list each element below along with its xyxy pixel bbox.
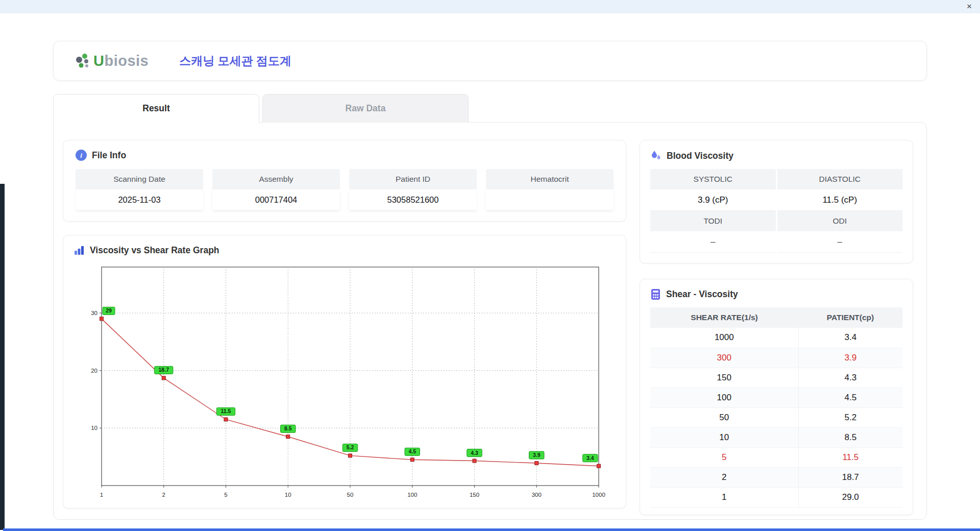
window-close-button[interactable]: × xyxy=(967,1,972,12)
bv-value-systolic: 3.9 (cP) xyxy=(650,189,776,211)
bv-header-todi: TODI xyxy=(650,211,776,231)
svg-text:100: 100 xyxy=(407,492,417,498)
field-hematocrit: Hematocrit xyxy=(486,169,614,210)
ubiosis-logo: Ubiosis xyxy=(74,52,149,70)
table-row: 218.7 xyxy=(650,467,902,487)
calculator-icon xyxy=(650,288,661,300)
tab-bar: Result Raw Data xyxy=(53,94,927,122)
bv-value-diastolic: 11.5 (cP) xyxy=(777,189,903,211)
table-row: 108.5 xyxy=(650,427,902,447)
tab-result[interactable]: Result xyxy=(53,94,259,123)
brand-text: Ubiosis xyxy=(93,53,149,69)
svg-text:20: 20 xyxy=(91,368,97,374)
bv-header-diastolic: DIASTOLIC xyxy=(777,169,903,189)
svg-text:5.2: 5.2 xyxy=(347,444,354,450)
bar-chart-icon xyxy=(74,245,85,256)
field-value: 2025-11-03 xyxy=(76,189,203,210)
viscosity-chart: 102030125105010015030010002918.711.58.55… xyxy=(79,261,610,503)
tab-result-label: Result xyxy=(142,103,169,114)
table-row: 511.5 xyxy=(650,447,902,467)
file-info-fields: Scanning Date 2025-11-03 Assembly 000717… xyxy=(76,169,614,210)
svg-text:2: 2 xyxy=(162,492,165,498)
svg-text:4.5: 4.5 xyxy=(408,448,416,454)
field-label: Hematocrit xyxy=(486,169,614,189)
field-value: 000717404 xyxy=(212,189,340,210)
table-row: 1504.3 xyxy=(650,368,902,388)
blood-viscosity-card: Blood Viscosity SYSTOLIC DIASTOLIC 3.9 (… xyxy=(640,140,913,263)
svg-text:50: 50 xyxy=(347,492,354,498)
col-patient: PATIENT(cp) xyxy=(798,307,902,328)
window-titlebar: × xyxy=(0,0,980,13)
field-patient-id: Patient ID 53058521600 xyxy=(349,169,477,210)
file-info-card: i File Info Scanning Date 2025-11-03 Ass… xyxy=(63,140,626,222)
table-row: 10003.4 xyxy=(650,328,902,348)
svg-text:10: 10 xyxy=(91,425,97,431)
app-header: Ubiosis 스캐닝 모세관 점도계 xyxy=(53,41,927,81)
table-row: 129.0 xyxy=(650,487,902,507)
shear-viscosity-card: Shear - Viscosity SHEAR RATE(1/s) PATIEN… xyxy=(640,279,913,515)
viscosity-graph-card: Viscosity vs Shear Rate Graph 1020301251… xyxy=(63,235,626,509)
bv-value-todi: – xyxy=(650,231,776,253)
bv-header-odi: ODI xyxy=(777,211,903,231)
field-label: Patient ID xyxy=(349,169,477,189)
droplet-icon xyxy=(650,150,662,162)
table-row: 505.2 xyxy=(650,407,902,427)
svg-text:1000: 1000 xyxy=(592,492,605,498)
field-label: Scanning Date xyxy=(76,169,203,189)
info-icon: i xyxy=(76,150,87,161)
field-scanning-date: Scanning Date 2025-11-03 xyxy=(76,169,203,210)
window-bottom-edge xyxy=(3,528,980,531)
svg-text:10: 10 xyxy=(285,492,291,498)
svg-text:3.4: 3.4 xyxy=(586,455,594,461)
svg-text:18.7: 18.7 xyxy=(159,367,169,373)
field-assembly: Assembly 000717404 xyxy=(212,169,340,210)
bv-header-systolic: SYSTOLIC xyxy=(650,169,776,189)
svg-text:29: 29 xyxy=(106,307,112,313)
svg-text:1: 1 xyxy=(100,492,103,498)
svg-text:3.9: 3.9 xyxy=(533,452,541,458)
field-label: Assembly xyxy=(212,169,340,189)
graph-title: Viscosity vs Shear Rate Graph xyxy=(90,245,219,256)
shear-viscosity-table: SHEAR RATE(1/s) PATIENT(cp) 10003.4 3003… xyxy=(650,307,902,508)
blood-viscosity-title: Blood Viscosity xyxy=(667,151,733,161)
svg-text:5: 5 xyxy=(224,492,227,498)
page-title: 스캐닝 모세관 점도계 xyxy=(179,53,291,69)
app-root: Ubiosis 스캐닝 모세관 점도계 Result Raw Data i Fi… xyxy=(0,13,980,520)
desktop-edge xyxy=(0,184,5,530)
svg-text:8.5: 8.5 xyxy=(284,425,292,431)
svg-text:300: 300 xyxy=(532,492,542,498)
logo-dots-icon xyxy=(74,52,90,70)
table-row: 1004.5 xyxy=(650,388,902,407)
tab-raw-data-label: Raw Data xyxy=(346,103,386,114)
field-value: 53058521600 xyxy=(349,189,477,210)
svg-text:150: 150 xyxy=(470,492,479,498)
col-shear-rate: SHEAR RATE(1/s) xyxy=(650,307,798,328)
file-info-title: File Info xyxy=(92,150,126,161)
table-row: 3003.9 xyxy=(650,348,902,368)
shear-viscosity-title: Shear - Viscosity xyxy=(666,289,738,300)
svg-text:11.5: 11.5 xyxy=(221,408,231,414)
svg-text:30: 30 xyxy=(91,310,97,316)
bv-value-odi: – xyxy=(777,231,903,253)
tab-raw-data[interactable]: Raw Data xyxy=(262,94,469,123)
blood-viscosity-grid: SYSTOLIC DIASTOLIC 3.9 (cP) 11.5 (cP) TO… xyxy=(650,169,902,253)
field-value xyxy=(486,189,614,210)
result-panel: i File Info Scanning Date 2025-11-03 Ass… xyxy=(53,122,927,520)
svg-text:4.3: 4.3 xyxy=(471,450,478,456)
